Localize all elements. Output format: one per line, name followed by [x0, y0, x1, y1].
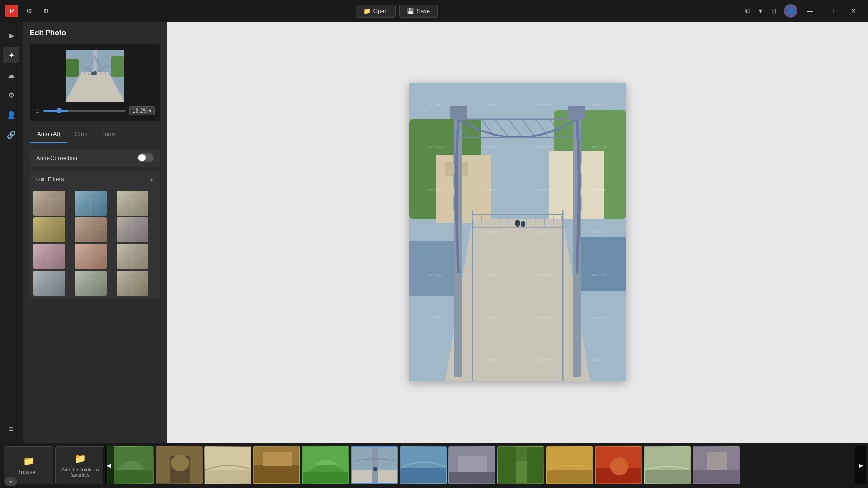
title-bar-center: 📁 Open 💾 Save	[356, 5, 438, 18]
filters-header-left: Filters	[36, 176, 64, 183]
favorites-icon: 📁	[75, 453, 86, 464]
sidebar-settings-button[interactable]: ⚙	[3, 87, 19, 103]
svg-point-56	[521, 221, 525, 227]
filters-section: Filters ▲	[30, 171, 160, 299]
sidebar-link-button[interactable]: 🔗	[3, 127, 19, 143]
svg-rect-57	[409, 241, 454, 296]
svg-rect-14	[445, 162, 454, 176]
sidebar-person-button[interactable]: 👤	[3, 107, 19, 123]
svg-point-88	[610, 457, 628, 475]
zoom-control: ⊡ 18.2% ▾	[35, 106, 155, 115]
save-button[interactable]: 💾 Save	[399, 5, 438, 18]
preview-image	[66, 50, 124, 102]
title-bar: P ↺ ↻ 📁 Open 💾 Save ⧉ ▾ ⊟ 👤 — □ ✕	[0, 0, 868, 22]
edit-panel-title: Edit Photo	[23, 22, 167, 44]
grid-view-button[interactable]: ⊟	[768, 5, 780, 16]
close-button[interactable]: ✕	[844, 2, 863, 20]
view-mode-button[interactable]: ⧉	[742, 5, 754, 17]
tab-crop[interactable]: Crop	[67, 126, 94, 143]
filters-icon	[36, 178, 44, 181]
filmstrip-thumb-10[interactable]	[595, 446, 642, 484]
preview-area: ⊡ 18.2% ▾	[30, 44, 160, 121]
svg-rect-78	[449, 472, 495, 484]
sidebar-expand-button[interactable]: ▶	[3, 27, 19, 43]
sidebar-sliders-button[interactable]: ≡	[3, 421, 19, 437]
filmstrip-thumb-3[interactable]	[253, 446, 300, 484]
filmstrip-thumb-7[interactable]	[448, 446, 495, 484]
tabs: Auto (AI) Crop Tools	[23, 126, 167, 143]
filmstrip-thumb-8[interactable]	[497, 446, 544, 484]
filmstrip-thumb-5[interactable]	[351, 446, 398, 484]
svg-rect-20	[568, 106, 585, 119]
svg-point-63	[171, 455, 189, 471]
filter-thumb-7[interactable]	[75, 244, 107, 269]
zoom-icon: ⊡	[35, 108, 40, 114]
svg-rect-73	[372, 447, 378, 484]
filters-header[interactable]: Filters ▲	[30, 171, 160, 187]
filmstrip-thumb-1[interactable]	[156, 446, 203, 484]
main-content: ▶ ✦ ☁ ⚙ 👤 🔗 ≡ Edit Photo	[0, 22, 868, 443]
app-logo: P	[5, 5, 18, 17]
main-image: ● InPixio ● InPixio ● InPixio ● InPixio …	[409, 83, 626, 381]
filmstrip-nav-left[interactable]: ◀	[103, 446, 114, 484]
filter-thumb-9[interactable]	[33, 271, 65, 296]
panel-content: Auto-Correction Filters ▲	[23, 143, 167, 443]
save-icon: 💾	[407, 8, 414, 14]
filter-thumb-0[interactable]	[33, 191, 65, 216]
zoom-slider[interactable]	[43, 110, 126, 112]
svg-rect-70	[303, 472, 349, 484]
svg-rect-76	[401, 468, 447, 484]
dot-light	[41, 178, 44, 181]
add-to-favorites-button[interactable]: 📁 Add this folder to favorites	[55, 446, 105, 484]
filter-thumb-8[interactable]	[117, 244, 148, 269]
svg-rect-79	[458, 456, 487, 472]
filter-thumb-5[interactable]	[117, 217, 148, 242]
filter-thumb-6[interactable]	[33, 244, 65, 269]
zoom-dropdown-icon[interactable]: ▾	[149, 108, 151, 114]
auto-correction-toggle[interactable]	[137, 153, 154, 162]
filmstrip-thumb-6[interactable]	[400, 446, 447, 484]
auto-correction-row: Auto-Correction	[30, 149, 160, 167]
filter-thumb-1[interactable]	[75, 191, 107, 216]
filter-thumb-11[interactable]	[117, 271, 148, 296]
zoom-value: 18.2% ▾	[129, 106, 155, 115]
filter-thumb-3[interactable]	[33, 217, 65, 242]
filmstrip-thumb-12[interactable]	[693, 446, 740, 484]
view-controls: ⧉ ▾ ⊟	[742, 5, 780, 17]
filmstrip-thumb-9[interactable]	[546, 446, 593, 484]
filmstrip-thumb-11[interactable]	[644, 446, 691, 484]
svg-rect-18	[450, 106, 467, 119]
user-avatar[interactable]: 👤	[784, 4, 797, 18]
title-bar-right: ⧉ ▾ ⊟ 👤 — □ ✕	[742, 2, 863, 20]
svg-rect-93	[707, 452, 727, 470]
svg-rect-58	[581, 237, 626, 291]
filmstrip-chevron[interactable]: ▼	[5, 477, 17, 486]
image-area: ● InPixio ● InPixio ● InPixio ● InPixio …	[167, 22, 868, 443]
redo-button[interactable]: ↻	[40, 4, 52, 18]
minimize-button[interactable]: —	[801, 2, 819, 20]
filter-thumb-2[interactable]	[117, 191, 148, 216]
tab-auto-ai[interactable]: Auto (AI)	[30, 126, 67, 143]
sidebar-sky-button[interactable]: ☁	[3, 67, 19, 83]
open-button[interactable]: 📁 Open	[356, 5, 396, 18]
svg-point-55	[515, 220, 520, 227]
svg-rect-60	[108, 470, 154, 484]
auto-correction-label: Auto-Correction	[36, 155, 77, 161]
svg-rect-67	[254, 465, 300, 484]
undo-button[interactable]: ↺	[24, 4, 35, 18]
maximize-button[interactable]: □	[823, 2, 841, 20]
svg-rect-92	[693, 470, 740, 484]
tab-tools[interactable]: Tools	[94, 126, 123, 143]
view-dropdown-button[interactable]: ▾	[755, 5, 766, 16]
folder-icon: 📁	[363, 8, 371, 14]
filmstrip-thumb-2[interactable]	[204, 446, 251, 484]
filmstrip-thumb-4[interactable]	[302, 446, 349, 484]
svg-rect-82	[527, 447, 544, 484]
svg-rect-9	[111, 56, 124, 77]
svg-rect-8	[66, 59, 79, 77]
filter-thumb-10[interactable]	[75, 271, 107, 296]
filter-thumb-4[interactable]	[75, 217, 107, 242]
filmstrip-nav-right[interactable]: ▶	[855, 446, 866, 484]
svg-point-7	[91, 72, 94, 75]
sidebar-edit-button[interactable]: ✦	[3, 47, 19, 63]
